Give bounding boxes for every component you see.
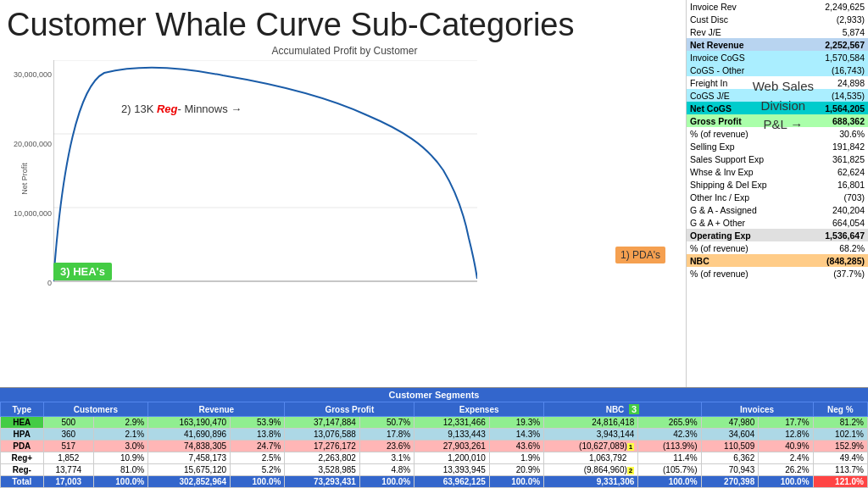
col-type: Type (1, 402, 44, 417)
pl-row-pct-revenue-3: % (of revenue)(37.7%) (687, 267, 868, 280)
pl-row-other-inc: Other Inc / Exp(703) (687, 191, 868, 203)
segments-table: Type Customers Revenue Gross Profit Expe… (0, 402, 868, 488)
pl-row-operating-exp: Operating Exp1,536,647 (687, 229, 868, 241)
annotation-web-sales: Web SalesDivisionP&L → (753, 77, 814, 135)
col-gross-profit: Gross Profit (285, 402, 415, 417)
segments-header: Customer Segments (0, 388, 868, 402)
pl-row-whse-inv: Whse & Inv Exp62,624 (687, 165, 868, 178)
pl-row-cogs-other: CoGS - Other(16,743) (687, 64, 868, 76)
table-row-hpa: HPA 3602.1% 41,690,89613.8% 13,076,58817… (1, 429, 868, 441)
pl-row-net-revenue: Net Revenue2,252,567 (687, 38, 868, 51)
y-tick-0: 0 (47, 279, 52, 287)
customer-segments-section: Customer Segments Type Customers Revenue… (0, 387, 868, 488)
annotation-hea: 3) HEA's (53, 263, 112, 280)
table-row-regplus: Reg+ 1,85210.9% 7,458,1732.5% 2,263,8023… (1, 452, 868, 464)
table-row-hea: HEA 5002.9% 163,190,47053.9% 37,147,8845… (1, 417, 868, 429)
col-neg-pct: Neg % (813, 402, 867, 417)
y-tick-30m: 30,000,000 (14, 70, 52, 79)
pl-row-selling-exp: Selling Exp191,842 (687, 140, 868, 152)
table-row-total: Total 17,003100.0% 302,852,964100.0% 73,… (1, 476, 868, 488)
table-row-pda: PDA 5173.0% 74,838,30524.7% 17,276,17223… (1, 441, 868, 452)
col-expenses: Expenses (415, 402, 544, 417)
table-row-regminus: Reg- 13,77481.0% 15,675,1205.2% 3,528,98… (1, 464, 868, 476)
pl-row-rev-je: Rev J/E5,874 (687, 25, 868, 38)
pl-row-ga-other: G & A + Other664,054 (687, 216, 868, 229)
col-nbc: NBC 3 (544, 402, 701, 417)
annotation-pda: 1) PDA's (615, 247, 665, 263)
pl-row-sales-support: Sales Support Exp361,825 (687, 152, 868, 165)
pl-row-ga-assigned: G & A - Assigned240,204 (687, 203, 868, 216)
pl-table: Invoice Rev2,249,625 Cust Disc(2,933) Re… (687, 0, 868, 280)
pl-row-pct-revenue-2: % (of revenue)68.2% (687, 241, 868, 254)
badge-3: 3 (629, 404, 639, 414)
page-title: Customer Whale Curve Sub-Categories (7, 7, 682, 43)
pl-row-cust-disc: Cust Disc(2,933) (687, 13, 868, 25)
y-tick-10m: 10,000,000 (14, 209, 52, 218)
chart-subtitle: Accumulated Profit by Customer (7, 45, 682, 57)
badge-1: 1 (627, 443, 634, 451)
pl-row-shipping: Shipping & Del Exp16,801 (687, 178, 868, 191)
col-customers: Customers (43, 402, 148, 417)
pl-row-invoice-cogs: Invoice CoGS1,570,584 (687, 51, 868, 64)
badge-2: 2 (627, 467, 634, 474)
annotation-minnows: 2) 13K Reg- Minnows → (121, 103, 242, 115)
y-tick-20m: 20,000,000 (14, 140, 52, 148)
col-invoices: Invoices (701, 402, 813, 417)
pl-row-invoice-rev: Invoice Rev2,249,625 (687, 0, 868, 13)
col-revenue: Revenue (148, 402, 285, 417)
pl-row-nbc: NBC(848,285) (687, 254, 868, 267)
whale-curve-chart (53, 60, 477, 289)
